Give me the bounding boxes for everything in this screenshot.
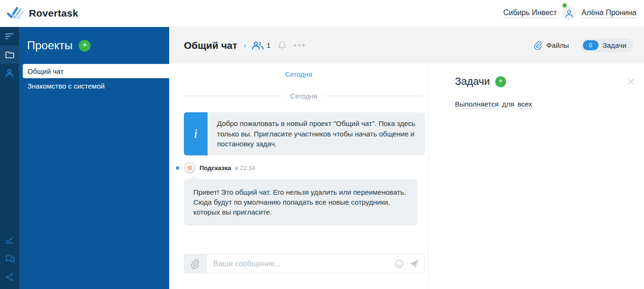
paperclip-icon [190, 259, 200, 269]
message-author: Подсказка [200, 164, 231, 172]
more-options-button[interactable] [294, 44, 305, 46]
send-button[interactable] [408, 259, 419, 268]
tasks-toggle-button[interactable]: 0 Задачи [581, 38, 634, 52]
content-body: Сегодня Сегодня i Добро пожаловать в нов… [169, 63, 644, 289]
sidebar-item-integrations[interactable] [0, 268, 19, 286]
sidebar-item-menu[interactable] [0, 27, 19, 45]
chat-column: Сегодня Сегодня i Добро пожаловать в нов… [169, 63, 429, 289]
person-icon [5, 69, 14, 78]
tasks-filter: Выполняется для всех [455, 100, 635, 108]
members-button[interactable]: 1 [252, 41, 271, 50]
chevron-right-icon: › [244, 41, 246, 50]
chat-bubbles-icon [5, 254, 15, 262]
add-project-button[interactable]: + [79, 40, 91, 52]
unread-dot [176, 166, 179, 170]
message-composer [184, 254, 425, 273]
members-icon [252, 41, 264, 50]
user-avatar-button[interactable] [562, 6, 576, 20]
share-icon [6, 273, 14, 281]
message-input[interactable] [207, 254, 395, 273]
date-divider-label: Сегодня [290, 92, 317, 100]
tasks-panel-title: Задачи [455, 75, 490, 88]
project-list: Общий чат Знакомство с системой [19, 64, 169, 93]
app-body: Проекты + Общий чат Знакомство с системо… [0, 27, 644, 289]
filter-status-dropdown[interactable]: Выполняется [455, 100, 499, 109]
icon-sidebar [0, 27, 19, 289]
projects-title: Проекты [27, 39, 73, 52]
members-count: 1 [267, 41, 271, 49]
tasks-count-badge: 0 [583, 40, 599, 50]
user-menu[interactable]: Алёна Пронина [581, 9, 636, 18]
info-icon: i [184, 112, 208, 155]
message-bubble: Привет! Это общий чат. Его нельзя удалит… [184, 179, 417, 226]
date-divider: Сегодня [184, 92, 424, 100]
sidebar-item-projects[interactable] [0, 45, 19, 64]
info-message: i Добро пожаловать в новый проект "Общий… [184, 112, 425, 155]
header-right: Сибирь Инвест Алёна Пронина [503, 6, 636, 20]
avatar [184, 162, 196, 174]
attach-file-button[interactable] [184, 254, 207, 273]
projects-header: Проекты + [19, 27, 169, 64]
menu-lines-icon [5, 33, 14, 39]
chat-title: Общий чат [184, 40, 237, 51]
sidebar-item-reports[interactable] [0, 231, 19, 249]
message-time: в 22:34 [235, 164, 255, 172]
add-task-button[interactable]: + [495, 76, 506, 87]
person-icon [565, 9, 573, 18]
main-area: Общий чат › 1 [169, 27, 644, 289]
chat-header-actions: Файлы 0 Задачи [534, 38, 634, 52]
tasks-panel-header: Задачи + × [455, 75, 635, 88]
logo-checkmarks-icon [7, 6, 25, 20]
projects-panel: Проекты + Общий чат Знакомство с системо… [19, 27, 169, 289]
bell-icon [278, 41, 286, 50]
chat-header: Общий чат › 1 [169, 27, 644, 63]
more-icon [294, 44, 296, 46]
online-status-dot [562, 3, 567, 8]
project-item-onboarding[interactable]: Знакомство с системой [23, 79, 169, 93]
sidebar-item-contacts[interactable] [0, 64, 19, 82]
project-item-general-chat[interactable]: Общий чат [23, 64, 169, 78]
message-header: Подсказка в 22:34 [184, 162, 428, 174]
notifications-button[interactable] [278, 41, 286, 50]
app-root: Rovertask Сибирь Инвест Алёна Пронина [0, 0, 644, 289]
tasks-toggle-label: Задачи [603, 41, 626, 49]
tasks-panel: Задачи + × Выполняется для всех [429, 63, 644, 289]
folder-icon [5, 51, 14, 58]
app-title: Rovertask [29, 8, 78, 19]
filter-middle-text: для [502, 100, 514, 108]
app-header: Rovertask Сибирь Инвест Алёна Пронина [0, 0, 644, 27]
date-nav-link[interactable]: Сегодня [169, 70, 428, 78]
chat-message: Подсказка в 22:34 Привет! Это общий чат.… [184, 162, 428, 226]
company-menu[interactable]: Сибирь Инвест [503, 9, 557, 18]
paperclip-icon [534, 41, 543, 50]
logo[interactable]: Rovertask [7, 6, 78, 20]
filter-scope-dropdown[interactable]: всех [517, 100, 532, 109]
files-label: Файлы [546, 41, 569, 49]
chat-title-group: Общий чат › 1 [184, 40, 305, 51]
sidebar-item-chats[interactable] [0, 249, 19, 268]
files-button[interactable]: Файлы [534, 41, 569, 50]
chart-icon [5, 236, 14, 244]
emoji-button[interactable] [395, 259, 404, 268]
close-icon[interactable]: × [627, 77, 635, 86]
info-message-text: Добро пожаловать в новый проект "Общий ч… [208, 112, 425, 155]
